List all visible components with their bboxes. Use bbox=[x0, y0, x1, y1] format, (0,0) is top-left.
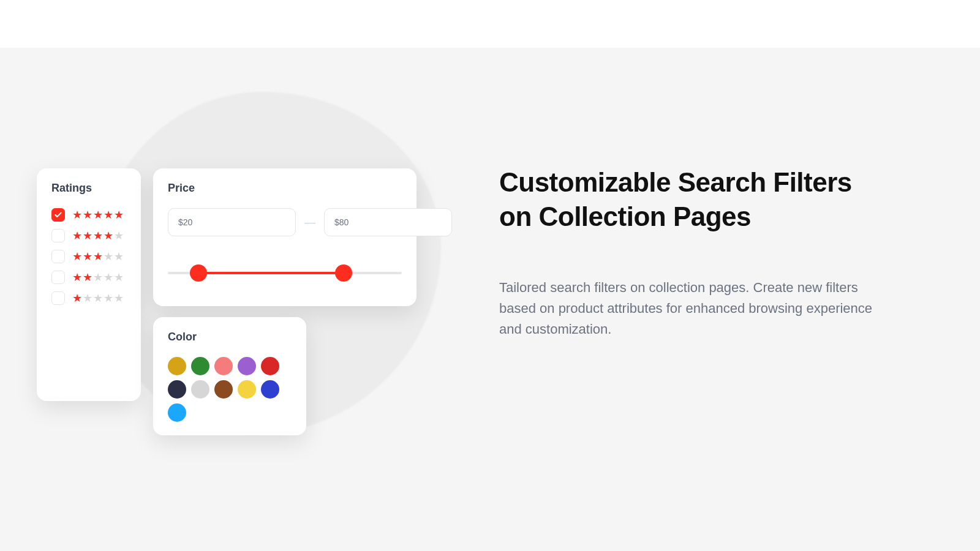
color-swatch[interactable] bbox=[168, 403, 186, 422]
star-icon: ★ bbox=[93, 251, 103, 262]
cards-column-right: Price — Color bbox=[153, 168, 417, 435]
price-card: Price — bbox=[153, 168, 417, 306]
color-swatch[interactable] bbox=[168, 380, 186, 399]
slider-range bbox=[198, 272, 344, 274]
rating-checkbox[interactable] bbox=[51, 229, 65, 242]
ratings-title: Ratings bbox=[51, 182, 126, 195]
star-icon: ★ bbox=[104, 251, 113, 262]
color-swatch[interactable] bbox=[214, 380, 233, 399]
star-icon: ★ bbox=[72, 293, 82, 304]
slider-thumb-min[interactable] bbox=[190, 264, 207, 282]
rating-checkbox[interactable] bbox=[51, 208, 65, 222]
rating-checkbox[interactable] bbox=[51, 250, 65, 263]
rating-stars: ★★★★★ bbox=[72, 209, 124, 220]
star-icon: ★ bbox=[72, 272, 82, 283]
star-icon: ★ bbox=[114, 230, 124, 241]
color-swatch[interactable] bbox=[238, 380, 256, 399]
color-swatch[interactable] bbox=[191, 357, 209, 375]
star-icon: ★ bbox=[93, 293, 103, 304]
slider-thumb-max[interactable] bbox=[335, 264, 352, 282]
price-max-input[interactable] bbox=[324, 208, 452, 236]
star-icon: ★ bbox=[72, 230, 82, 241]
color-swatch[interactable] bbox=[261, 380, 279, 399]
price-title: Price bbox=[168, 182, 402, 195]
star-icon: ★ bbox=[83, 230, 92, 241]
rating-row[interactable]: ★★★★★ bbox=[51, 229, 126, 242]
star-icon: ★ bbox=[83, 293, 92, 304]
star-icon: ★ bbox=[83, 209, 92, 220]
rating-stars: ★★★★★ bbox=[72, 293, 124, 304]
rating-row[interactable]: ★★★★★ bbox=[51, 208, 126, 222]
star-icon: ★ bbox=[83, 251, 92, 262]
color-swatch[interactable] bbox=[261, 357, 279, 375]
color-swatches bbox=[168, 357, 296, 422]
star-icon: ★ bbox=[104, 272, 113, 283]
filter-cards-group: Ratings ★★★★★★★★★★★★★★★★★★★★★★★★★ Price … bbox=[37, 168, 417, 435]
star-icon: ★ bbox=[104, 293, 113, 304]
price-min-input[interactable] bbox=[168, 208, 296, 236]
color-swatch[interactable] bbox=[214, 357, 233, 375]
star-icon: ★ bbox=[114, 272, 124, 283]
rating-row[interactable]: ★★★★★ bbox=[51, 250, 126, 263]
page: Ratings ★★★★★★★★★★★★★★★★★★★★★★★★★ Price … bbox=[0, 0, 980, 551]
star-icon: ★ bbox=[93, 209, 103, 220]
price-range-dash: — bbox=[304, 216, 315, 229]
rating-checkbox[interactable] bbox=[51, 271, 65, 284]
color-swatch[interactable] bbox=[191, 380, 209, 399]
rating-stars: ★★★★★ bbox=[72, 272, 124, 283]
headline: Customizable Search Filters on Collectio… bbox=[499, 165, 891, 234]
color-title: Color bbox=[168, 331, 292, 343]
price-slider[interactable] bbox=[168, 256, 402, 293]
star-icon: ★ bbox=[72, 251, 82, 262]
price-inputs: — bbox=[168, 208, 402, 236]
rating-row[interactable]: ★★★★★ bbox=[51, 291, 126, 305]
star-icon: ★ bbox=[104, 209, 113, 220]
star-icon: ★ bbox=[93, 272, 103, 283]
color-card: Color bbox=[153, 317, 306, 435]
star-icon: ★ bbox=[83, 272, 92, 283]
color-swatch[interactable] bbox=[168, 357, 186, 375]
ratings-card: Ratings ★★★★★★★★★★★★★★★★★★★★★★★★★ bbox=[37, 168, 141, 401]
rating-checkbox[interactable] bbox=[51, 291, 65, 305]
ratings-list: ★★★★★★★★★★★★★★★★★★★★★★★★★ bbox=[51, 208, 126, 305]
cards-column-left: Ratings ★★★★★★★★★★★★★★★★★★★★★★★★★ bbox=[37, 168, 141, 435]
rating-stars: ★★★★★ bbox=[72, 251, 124, 262]
star-icon: ★ bbox=[114, 209, 124, 220]
subcopy: Tailored search filters on collection pa… bbox=[499, 277, 891, 340]
star-icon: ★ bbox=[114, 251, 124, 262]
marketing-copy: Customizable Search Filters on Collectio… bbox=[499, 165, 891, 340]
star-icon: ★ bbox=[104, 230, 113, 241]
star-icon: ★ bbox=[72, 209, 82, 220]
star-icon: ★ bbox=[114, 293, 124, 304]
rating-stars: ★★★★★ bbox=[72, 230, 124, 241]
rating-row[interactable]: ★★★★★ bbox=[51, 271, 126, 284]
star-icon: ★ bbox=[93, 230, 103, 241]
color-swatch[interactable] bbox=[238, 357, 256, 375]
